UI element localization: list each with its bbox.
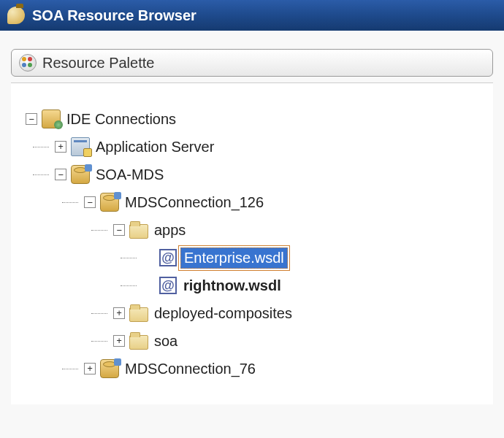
palette-icon — [19, 54, 37, 72]
node-label: apps — [151, 220, 188, 240]
folder-icon — [129, 307, 148, 322]
tree-node-deployed-composites: + deployed-composites — [113, 299, 478, 327]
palette-label: Resource Palette — [42, 55, 154, 72]
node-label: soa — [151, 331, 180, 351]
folder-icon — [129, 335, 148, 350]
expand-toggle[interactable]: + — [84, 363, 96, 374]
tree-row[interactable]: + deployed-composites — [113, 299, 478, 327]
node-label: MDSConnection_126 — [122, 193, 267, 212]
tree-row[interactable]: + Application Server — [55, 133, 478, 161]
tree-node-file: @ Enterprise.wsdl — [142, 244, 478, 272]
tree-node-file: @ rightnow.wsdl — [142, 272, 478, 299]
collapse-toggle[interactable]: − — [55, 169, 66, 180]
tree-node-apps: − apps @ — [113, 216, 478, 299]
tree-node-ide-connections: − IDE Connections + Application Server − — [26, 105, 478, 383]
expand-toggle[interactable]: + — [113, 307, 125, 319]
tree-node-mdsconnection-76: + MDSConnection_76 — [84, 355, 478, 383]
expand-toggle[interactable]: + — [55, 141, 66, 153]
titlebar: SOA Resource Browser — [0, 0, 504, 31]
tree-row[interactable]: − SOA-MDS — [55, 161, 478, 188]
tree-node-application-server: + Application Server — [55, 133, 478, 161]
content-area: Resource Palette − IDE Connections + App… — [0, 31, 504, 438]
ide-connections-icon — [42, 110, 61, 128]
database-icon — [71, 165, 90, 184]
node-label: IDE Connections — [64, 110, 179, 129]
tree-node-soa-mds: − SOA-MDS − MDSConnection_126 — [55, 161, 478, 383]
collapse-toggle[interactable]: − — [26, 113, 37, 125]
node-label: MDSConnection_76 — [122, 359, 259, 379]
node-label: SOA-MDS — [93, 165, 167, 185]
wsdl-file-icon: @ — [159, 276, 177, 295]
tree-node-mdsconnection-126: − MDSConnection_126 − apps — [84, 188, 478, 355]
collapse-toggle[interactable]: − — [84, 196, 96, 208]
folder-icon — [129, 224, 148, 239]
palette-header[interactable]: Resource Palette — [11, 49, 493, 77]
collapse-toggle[interactable]: − — [113, 224, 125, 236]
tree-row[interactable]: − MDSConnection_126 — [84, 188, 478, 216]
node-label: Application Server — [93, 137, 217, 157]
tree-node-soa: + soa — [113, 327, 478, 355]
database-icon — [100, 193, 119, 212]
tree-row[interactable]: − IDE Connections — [26, 105, 478, 133]
expand-toggle[interactable]: + — [113, 335, 125, 347]
tree-view: − IDE Connections + Application Server − — [11, 82, 493, 404]
window-title: SOA Resource Browser — [32, 7, 196, 24]
tree-row[interactable]: + soa — [113, 327, 478, 355]
coffee-cup-icon — [7, 7, 25, 24]
tree-row[interactable]: + MDSConnection_76 — [84, 355, 478, 383]
wsdl-file-icon: @ — [159, 248, 177, 267]
server-icon — [71, 137, 90, 156]
tree-row[interactable]: @ Enterprise.wsdl — [142, 244, 478, 272]
node-label-selected: Enterprise.wsdl — [180, 247, 288, 269]
tree-row[interactable]: − apps — [113, 216, 478, 244]
database-icon — [100, 359, 119, 378]
node-label: deployed-composites — [151, 304, 295, 323]
node-label: rightnow.wsdl — [180, 276, 284, 296]
tree-row[interactable]: @ rightnow.wsdl — [142, 272, 478, 299]
